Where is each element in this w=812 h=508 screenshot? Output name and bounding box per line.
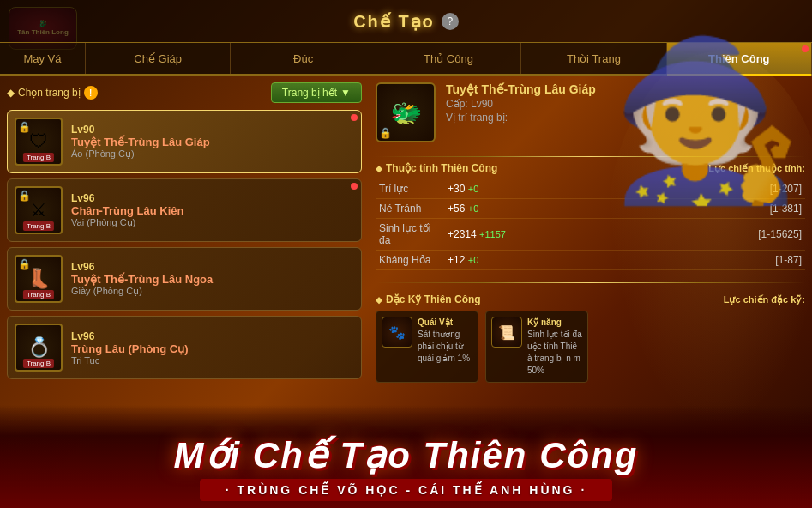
tab-thu-cong[interactable]: Thủ Công [376, 43, 521, 74]
equip-type-4: Tri Tuc [71, 355, 354, 366]
attributes-title: Thuộc tính Thiên Công Lực chiến thuộc tí… [376, 162, 805, 174]
lock-icon-2: 🔒 [18, 190, 31, 202]
stat-row-1: Trí lực +30 +0 [1-207] [376, 179, 805, 199]
stat-bonus-1: +0 [468, 184, 479, 194]
equip-item-2[interactable]: ⚔ Trang B 🔒 Lv96 Chân-Trùng Lâu Kiên Vai… [7, 178, 362, 242]
equip-dot-1 [351, 114, 358, 121]
stats-table: Trí lực +30 +0 [1-207] Né Tránh +56 +0 [… [376, 179, 805, 270]
stat-val-3: +2314 +1157 [444, 219, 521, 251]
filter-bar: ◆ Chọn trang bị ! Trang bị hết ▼ [7, 82, 362, 103]
stat-row-3: Sinh lực tối đa +2314 +1157 [1-15625] [376, 219, 805, 251]
equip-item-3[interactable]: 👢 Trang B 🔒 Lv96 Tuyệt Thế-Trùng Lâu Ngo… [7, 247, 362, 311]
detail-title: Tuyệt Thế-Trùng Lâu Giáp [446, 82, 805, 96]
stat-name-2: Né Tránh [376, 199, 444, 219]
header-bar: Chế Tạo ? [0, 0, 812, 43]
bottom-banner: Mới Chế Tạo Thiên Công · TRÙNG CHẾ VÕ HỌ… [0, 405, 812, 508]
help-icon[interactable]: ? [442, 13, 459, 30]
attributes-right-label: Lực chiến thuộc tính: [708, 163, 805, 174]
equip-name-2: Chân-Trùng Lâu Kiên [71, 204, 354, 217]
skills-right-label: Lực chiến đặc kỹ: [724, 294, 805, 305]
skill-text-1: Quái Vật Sát thương phải chịu từ quái gi… [418, 317, 472, 365]
stat-row-4: Kháng Hỏa +12 +0 [1-87] [376, 251, 805, 270]
filter-label: ◆ Chọn trang bị ! [7, 86, 98, 100]
lock-icon-1: 🔒 [18, 121, 31, 133]
tab-che-giap[interactable]: Chế Giáp [86, 43, 231, 74]
equip-dot-2 [351, 183, 358, 190]
stat-val-2: +56 +0 [444, 199, 521, 219]
stat-name-4: Kháng Hỏa [376, 251, 444, 270]
tab-thien-cong[interactable]: Thiên Công [667, 43, 812, 74]
skill-text-2: Kỹ năng Sinh lực tối đa uộc tính Thiê à … [527, 317, 582, 377]
equip-type-3: Giày (Phòng Cụ) [71, 286, 354, 297]
equip-level-3: Lv96 [71, 261, 354, 273]
detail-icon: 🐲 🔒 [376, 82, 436, 142]
equip-badge-3: Trang B [23, 290, 54, 299]
skill-icon-2: 📜 [491, 317, 522, 348]
stat-row-2: Né Tránh +56 +0 [1-381] [376, 199, 805, 219]
equip-icon-2: ⚔ Trang B 🔒 [15, 186, 63, 234]
equip-level-4: Lv96 [71, 330, 354, 342]
equip-type-1: Áo (Phòng Cụ) [71, 148, 354, 160]
stat-bonus-2: +0 [468, 203, 479, 214]
skills-section: Đặc Kỹ Thiên Công Lực chiến đặc kỹ: 🐾 Qu… [376, 293, 805, 383]
warning-icon: ! [84, 86, 98, 100]
stat-name-1: Trí lực [376, 179, 444, 199]
stat-bonus-4: +0 [468, 255, 479, 265]
skill-icon-1: 🐾 [382, 317, 412, 348]
equip-badge-2: Trang B [23, 221, 54, 231]
stat-val-4: +12 +0 [444, 251, 521, 270]
equip-name-1: Tuyệt Thế-Trùng Lâu Giáp [71, 136, 354, 148]
equip-icon-3: 👢 Trang B 🔒 [15, 255, 63, 303]
detail-info: Tuyệt Thế-Trùng Lâu Giáp Cấp: Lv90 Vị tr… [446, 82, 805, 124]
equip-info-3: Lv96 Tuyệt Thế-Trùng Lâu Ngoa Giày (Phòn… [71, 261, 354, 297]
stat-val-1: +30 +0 [444, 179, 521, 199]
equip-icon-4: 💍 Trang B [15, 324, 63, 372]
equip-name-4: Trùng Lâu (Phòng Cụ) [71, 342, 354, 355]
skills-title: Đặc Kỹ Thiên Công Lực chiến đặc kỹ: [376, 293, 805, 305]
skills-grid: 🐾 Quái Vật Sát thương phải chịu từ quái … [376, 311, 805, 383]
equip-name-3: Tuyệt Thế-Trùng Lâu Ngoa [71, 273, 354, 286]
stat-range-3: [1-15625] [521, 219, 805, 251]
detail-header: 🐲 🔒 Tuyệt Thế-Trùng Lâu Giáp Cấp: Lv90 V… [376, 82, 805, 142]
lock-icon-3: 🔒 [18, 258, 31, 270]
divider-1 [376, 156, 805, 157]
equip-item-1[interactable]: 🛡 Trang B 🔒 Lv90 Tuyệt Thế-Trùng Lâu Giá… [7, 110, 362, 173]
header-title: Chế Tạo [353, 11, 435, 32]
divider-2 [376, 282, 805, 283]
stat-name-3: Sinh lực tối đa [376, 219, 444, 251]
stat-bonus-3: +1157 [479, 229, 506, 239]
tab-may-va[interactable]: May Vá [0, 43, 86, 74]
stat-range-1: [1-207] [521, 179, 805, 199]
equip-level-1: Lv90 [71, 124, 354, 136]
tab-navigation: May Vá Chế Giáp Đúc Thủ Công Thời Trang … [0, 43, 812, 76]
skill-card-2: 📜 Kỹ năng Sinh lực tối đa uộc tính Thiê … [485, 311, 588, 383]
equip-info-1: Lv90 Tuyệt Thế-Trùng Lâu Giáp Áo (Phòng … [71, 124, 354, 160]
equip-info-2: Lv96 Chân-Trùng Lâu Kiên Vai (Phòng Cụ) [71, 192, 354, 228]
dropdown-button[interactable]: Trang bị hết ▼ [271, 82, 362, 103]
equip-type-2: Vai (Phòng Cụ) [71, 217, 354, 228]
tab-dot [802, 45, 809, 52]
equip-item-4[interactable]: 💍 Trang B Lv96 Trùng Lâu (Phòng Cụ) Tri … [7, 316, 362, 379]
stat-range-2: [1-381] [521, 199, 805, 219]
equip-badge-4: Trang B [23, 359, 54, 368]
stat-range-4: [1-87] [521, 251, 805, 270]
equip-badge-1: Trang B [23, 153, 54, 162]
detail-level: Cấp: Lv90 [446, 98, 805, 110]
equip-info-4: Lv96 Trùng Lâu (Phòng Cụ) Tri Tuc [71, 330, 354, 366]
equip-icon-1: 🛡 Trang B 🔒 [15, 118, 63, 166]
banner-main-text: Mới Chế Tạo Thiên Công [174, 438, 639, 474]
tab-thoi-trang[interactable]: Thời Trang [521, 43, 666, 74]
equip-level-2: Lv96 [71, 192, 354, 204]
tab-duc[interactable]: Đúc [231, 43, 376, 74]
banner-sub-text: · TRÙNG CHẾ VÕ HỌC - CÁI THẾ ANH HÙNG · [200, 479, 613, 501]
detail-position: Vị trí trang bị: [446, 112, 805, 124]
skill-card-1: 🐾 Quái Vật Sát thương phải chịu từ quái … [376, 311, 478, 383]
attributes-section: Thuộc tính Thiên Công Lực chiến thuộc tí… [376, 162, 805, 277]
